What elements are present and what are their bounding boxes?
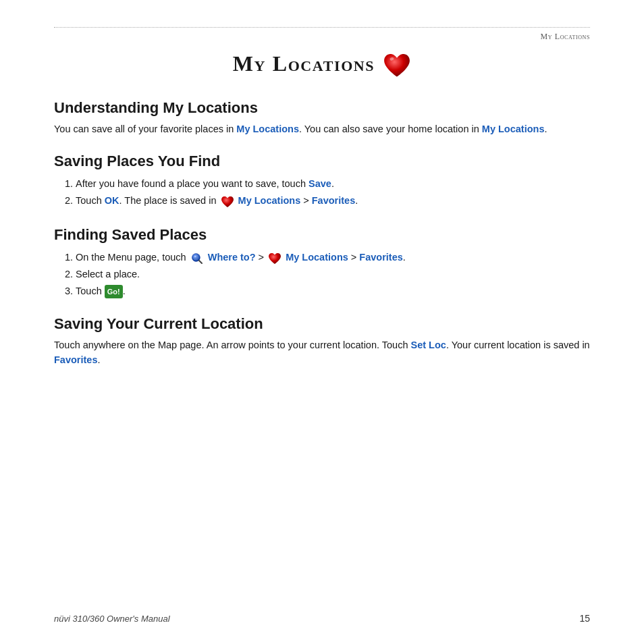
link-where-to[interactable]: Where to? [208,252,256,263]
link-save[interactable]: Save [308,178,331,189]
link-my-locations-4[interactable]: My Locations [286,252,348,263]
inline-heart-icon-2 [268,249,281,266]
footer-page-number: 15 [579,613,590,624]
link-favorites-3[interactable]: Favorites [54,354,97,365]
section-saving-current-heading: Saving Your Current Location [54,315,590,333]
page-container: My Locations My Locations [0,0,644,644]
header-right: My Locations [54,32,590,42]
link-favorites-1[interactable]: Favorites [312,195,355,206]
header-rule [54,27,590,28]
link-favorites-2[interactable]: Favorites [359,252,402,263]
list-item: On the Menu page, touch [76,249,590,266]
finding-places-list: On the Menu page, touch [76,249,590,300]
list-item: After you have found a place you want to… [76,176,590,192]
page-title-section: My Locations [54,49,590,79]
section-understanding-body: You can save all of your favorite places… [54,122,590,137]
section-saving-current-body: Touch anywhere on the Map page. An arrow… [54,338,590,368]
footer-manual-title: nüvi 310/360 Owner's Manual [54,614,170,624]
section-saving-places: Saving Places You Find After you have fo… [54,153,590,209]
page-title: My Locations [233,49,411,79]
link-set-loc[interactable]: Set Loc [411,340,446,350]
go-button-icon: Go! [105,285,123,299]
inline-heart-icon-1 [221,193,234,210]
section-understanding: Understanding My Locations You can save … [54,99,590,137]
svg-point-2 [193,254,199,261]
search-icon [190,249,204,266]
page-title-text: My Locations [233,51,375,76]
section-understanding-heading: Understanding My Locations [54,99,590,117]
link-my-locations-1[interactable]: My Locations [236,124,299,134]
list-item: Touch OK. The place is saved in [76,192,590,209]
list-item: Touch Go!. [76,283,590,300]
large-heart-icon [383,49,411,79]
section-saving-places-heading: Saving Places You Find [54,153,590,170]
saving-places-list: After you have found a place you want to… [76,176,590,209]
svg-line-3 [198,260,201,263]
section-saving-current: Saving Your Current Location Touch anywh… [54,315,590,368]
header-title: My Locations [540,32,590,42]
footer: nüvi 310/360 Owner's Manual 15 [54,613,590,624]
link-ok[interactable]: OK [105,195,119,206]
section-finding-places-heading: Finding Saved Places [54,226,590,244]
section-finding-places: Finding Saved Places On the Menu page, t… [54,226,590,300]
list-item: Select a place. [76,266,590,283]
link-my-locations-3[interactable]: My Locations [238,195,301,206]
link-my-locations-2[interactable]: My Locations [482,124,545,134]
